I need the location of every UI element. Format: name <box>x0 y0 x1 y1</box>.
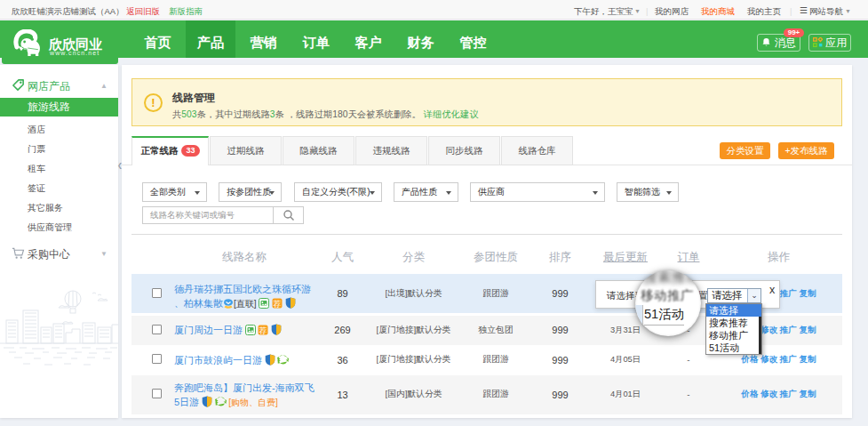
svg-text:荐: 荐 <box>274 299 282 308</box>
svg-text:荐: 荐 <box>259 326 267 335</box>
